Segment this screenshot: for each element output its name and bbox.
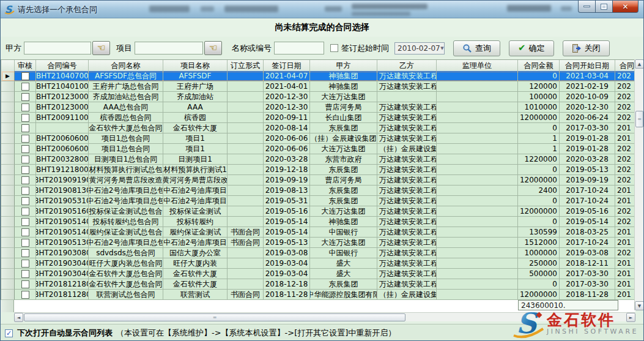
cell-code: CBHT2019030401 bbox=[36, 269, 89, 279]
table-row[interactable]: ▶CBHT210407001AFSFSDF总包合同AFSFSDF2021-04-… bbox=[1, 71, 635, 81]
cell-project: 中石油2号油库项目 bbox=[163, 196, 228, 206]
cell-form bbox=[228, 217, 264, 227]
row-audit-checkbox[interactable] bbox=[21, 218, 29, 226]
table-row[interactable]: CBHT2019030402旺仔大厦内装总包合同旺仔大厦内装2019-03-04… bbox=[1, 258, 635, 269]
row-audit-checkbox[interactable] bbox=[21, 145, 29, 153]
cell-party_b: 万达建筑安装工程 bbox=[377, 196, 437, 206]
cell-party_b: 万达建筑安装工程 bbox=[377, 269, 437, 279]
row-audit-checkbox[interactable] bbox=[21, 93, 29, 101]
row-audit-checkbox[interactable] bbox=[21, 114, 29, 122]
horizontal-scrollbar-thumb[interactable]: ≡ bbox=[24, 313, 405, 321]
cell-party_b: 万达建筑安装工程 bbox=[377, 217, 437, 227]
pointing-hand-icon: ☜ bbox=[97, 43, 105, 53]
cell-start_date: 2021-03-04 bbox=[560, 71, 615, 81]
cell-end_date: 201 bbox=[615, 258, 635, 269]
row-audit-checkbox[interactable] bbox=[21, 270, 29, 278]
cell-code: CBHT200328001 bbox=[36, 154, 89, 165]
table-row[interactable]: CBHT2019051601投标保证金测试总包合投标保证金测试2019-05-1… bbox=[1, 206, 635, 217]
row-audit-checkbox[interactable] bbox=[21, 83, 29, 91]
cell-name: 中石油2号油库项目总包 bbox=[89, 185, 163, 196]
table-row[interactable]: CBHT2019081301中石油2号油库项目总包中石油2号油库项目2019-0… bbox=[1, 185, 635, 196]
table-row[interactable]: CBHT2019051401履约保证金测试总包合履约保证金测试书面合同2019-… bbox=[1, 227, 635, 238]
cell-code: CBHT2019030801 bbox=[36, 248, 89, 258]
row-audit-checkbox[interactable] bbox=[21, 260, 29, 268]
table-row[interactable]: 金石软件大厦总包合同金石软件大厦2020-08-14东辰集团万达建筑安装工程02… bbox=[1, 123, 635, 133]
maximize-icon bbox=[601, 4, 607, 9]
column-header-end_date: 合同结束日期 bbox=[615, 60, 636, 72]
cell-form bbox=[228, 81, 264, 92]
row-audit-checkbox[interactable] bbox=[21, 280, 29, 288]
auto-show-checkbox[interactable]: ✓ bbox=[5, 329, 13, 337]
table-row[interactable]: CBHT2019030801sdvdsds总包合同国信大厦办公室2019-03-… bbox=[1, 248, 635, 258]
cell-code: CBHT200911001 bbox=[36, 113, 89, 123]
row-indicator bbox=[1, 248, 15, 258]
cell-party_b: 万达建筑安装工程 bbox=[377, 227, 437, 238]
name-or-code-input[interactable] bbox=[274, 42, 324, 54]
table-row[interactable]: CBHT200328001目测项目1总包合同目测项目12020-03-28东营市… bbox=[1, 154, 635, 165]
row-indicator bbox=[1, 258, 15, 269]
cell-form bbox=[228, 196, 264, 206]
row-audit-checkbox[interactable] bbox=[21, 291, 29, 299]
row-audit-checkbox[interactable] bbox=[21, 156, 29, 163]
cell-party_b: 万达建筑安装工程 bbox=[377, 133, 437, 144]
row-audit-checkbox[interactable] bbox=[21, 135, 29, 143]
query-button[interactable]: 查询 bbox=[453, 40, 500, 56]
search-icon bbox=[462, 43, 472, 53]
table-row[interactable]: CBHT200911001槟香园总包合同槟香园2020-09-11长白山集团万达… bbox=[1, 113, 635, 123]
minimize-button[interactable] bbox=[578, 1, 596, 13]
row-audit-checkbox[interactable] bbox=[21, 187, 29, 195]
cell-check bbox=[15, 165, 36, 175]
table-row[interactable]: CBHT2019053101中石油2号油库项目总包中石油2号油库项目2019-0… bbox=[1, 196, 635, 206]
row-audit-checkbox[interactable] bbox=[21, 197, 29, 205]
table-row[interactable]: CBHT2019051301中石油2号油库项目总包中石油2号油库项目书面合同20… bbox=[1, 238, 635, 248]
pointing-hand-icon: ☜ bbox=[209, 43, 217, 53]
cell-start_date: 2019-01-28 bbox=[560, 144, 615, 154]
table-row[interactable]: CBHT2019051402投标转履约总包合同投标转履约2019-05-14神驰… bbox=[1, 217, 635, 227]
row-audit-checkbox[interactable] bbox=[21, 72, 29, 80]
sign-date-label: 签订起始时间 bbox=[341, 43, 389, 54]
table-row[interactable]: CBHT2018112801联营测试总包合同联营测试书面合同2018-11-28… bbox=[1, 290, 635, 300]
row-audit-checkbox[interactable] bbox=[21, 249, 29, 257]
party-a-lookup-button[interactable]: ☜ bbox=[92, 41, 110, 55]
vertical-scrollbar[interactable]: ▲ ≡ ▼ bbox=[634, 59, 643, 310]
row-indicator bbox=[1, 217, 15, 227]
table-row[interactable]: CBHT200606004项目1总包合同项目12020-06-06大连万达集团（… bbox=[1, 144, 635, 154]
row-indicator-strip bbox=[1, 300, 14, 312]
vertical-scrollbar-thumb[interactable]: ≡ bbox=[635, 111, 643, 127]
row-audit-checkbox[interactable] bbox=[21, 103, 29, 111]
table-row[interactable]: CBHT191218002材料预算执行测试总包材料预算执行测试12019-12-… bbox=[1, 165, 635, 175]
cell-start_date: 2017-03-30 bbox=[560, 123, 615, 133]
table-row[interactable]: CBHT210401001王府井广场总包合同王府井广场2021-04-01神驰集… bbox=[1, 81, 635, 92]
maximize-button[interactable] bbox=[596, 1, 613, 13]
table-row[interactable]: CBHT2019030401金石软件大厦总包合同金石软件大厦2019-03-04… bbox=[1, 269, 635, 279]
party-a-input[interactable] bbox=[24, 42, 91, 54]
row-audit-checkbox[interactable] bbox=[21, 228, 29, 236]
cell-party_a: 盛大 bbox=[310, 258, 377, 269]
row-audit-checkbox[interactable] bbox=[21, 176, 29, 184]
cell-party_b: 万达建筑安装工程 bbox=[377, 175, 437, 185]
close-button[interactable]: 关闭 bbox=[563, 40, 610, 56]
sign-date-select[interactable]: 2010-02-07 ▼ bbox=[394, 42, 445, 54]
table-row[interactable]: CBHT201230002齐成加油站总包合同齐成加油站2020-12-30大连万… bbox=[1, 92, 635, 102]
blurred-background-text bbox=[149, 6, 190, 12]
cell-supervisor bbox=[437, 279, 518, 290]
cell-sign_date: 2020-03-28 bbox=[264, 154, 310, 165]
scroll-left-button[interactable]: ◄ bbox=[14, 313, 23, 322]
sign-date-checkbox[interactable] bbox=[330, 44, 338, 52]
close-window-button[interactable]: ✕ bbox=[613, 1, 638, 13]
scroll-up-button[interactable]: ▲ bbox=[635, 59, 644, 69]
ok-button[interactable]: ✔ 确定 bbox=[509, 40, 554, 56]
table-row[interactable]: CBHT2018121801金石软件大厦总包合同金石软件大厦2018-12-18… bbox=[1, 279, 635, 290]
project-input[interactable] bbox=[135, 42, 203, 54]
table-row[interactable]: CBHT200606005项目1总包合同项目12020-06-06（挂）金辰建设… bbox=[1, 133, 635, 144]
row-audit-checkbox[interactable] bbox=[21, 166, 29, 174]
table-row[interactable]: CBHT201230001AAA总包合同AAA2020-12-30曹店河务局万达… bbox=[1, 102, 635, 113]
row-audit-checkbox[interactable] bbox=[21, 124, 29, 132]
cell-sign_date: 2020-06-06 bbox=[264, 144, 310, 154]
cell-party_a: （挂）金辰建设集团 bbox=[310, 133, 377, 144]
row-audit-checkbox[interactable] bbox=[21, 208, 29, 215]
cell-party_b: 万达建筑安装工程 bbox=[377, 71, 437, 81]
row-audit-checkbox[interactable] bbox=[21, 239, 29, 247]
project-lookup-button[interactable]: ☜ bbox=[204, 41, 222, 55]
table-row[interactable]: CBHT2019091901黄河河务局曹店段改造黄河河务局曹店段改2019-09… bbox=[1, 175, 635, 185]
